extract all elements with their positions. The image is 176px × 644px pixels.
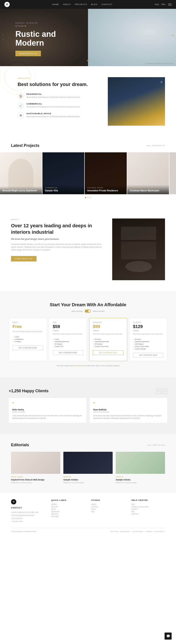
plan-pro: PRO $59 / Month Free with 14 days that y… — [49, 318, 87, 361]
toggle-annual-label: Billed Annually — [93, 310, 104, 312]
footer-link-sight[interactable]: SIGHT — [51, 508, 85, 510]
footer-logo[interactable]: R — [11, 499, 16, 504]
nav-home[interactable]: HOME — [52, 3, 59, 6]
footer-link-works[interactable]: WORKS — [51, 504, 85, 505]
footer-studio-blog[interactable]: BLOG — [91, 508, 125, 510]
nav-blog[interactable]: BLOG — [91, 3, 97, 6]
about-cta-button[interactable]: MORE ABOUT US — [11, 256, 36, 262]
testimonials-section: +1,250 Happy Clients ‹ › " Bobs Harley A… — [0, 378, 176, 434]
hero-dot-2[interactable] — [172, 37, 173, 38]
testimonial-2: " Ryan Batthala Abstract at Somewhere Al… — [90, 398, 167, 423]
footer-help-terms[interactable]: TERMS & CONDITIONS — [132, 506, 165, 508]
nav-contact[interactable]: CONTACT — [101, 3, 112, 6]
testimonials-prev[interactable]: ‹ — [156, 389, 161, 394]
projects-grid: Brossia Heigh Luxury Apartment COMMERCIA… — [0, 152, 176, 194]
pricing-contact-link[interactable]: Contact — [75, 365, 82, 367]
footer-address-1: CONTACT@NORDICINTERIORS.COM — [11, 511, 45, 514]
project-2-name: Sample Villa — [45, 189, 82, 192]
plan-premium-btn[interactable]: GET STARTED NOW — [93, 350, 123, 355]
plan-premium-feature-3: 50 Projects — [93, 343, 123, 345]
project-card-more[interactable] — [170, 152, 176, 194]
hero-title: Rustic and Modern — [15, 30, 56, 47]
project-3-tag: SUITABLE SPACE — [87, 187, 124, 188]
projects-dot-2[interactable] — [87, 197, 89, 198]
hero-dot-1[interactable] — [172, 35, 173, 36]
about-label: ABOUT — [11, 218, 103, 220]
footer-social-facebook[interactable]: FACEBOOK — [120, 531, 130, 532]
footer-link-archive[interactable]: ARCHIVE — [51, 513, 85, 515]
project-card-4[interactable]: RESIDENTIAL Chobham Manor Masterplan — [127, 152, 169, 194]
plan-basic-btn[interactable]: GET STARTED NOW — [12, 346, 43, 350]
footer-help-support[interactable]: SUPPORT — [132, 513, 165, 515]
plan-pro-feature-2: Unlimited Dashboard — [53, 340, 83, 343]
nav-logo[interactable]: R — [4, 2, 10, 7]
footer-studio-title: Studio — [91, 499, 125, 501]
toggle-monthly-label: Billed Monthly — [72, 310, 83, 312]
commercial-title: COMMERCIAL — [26, 103, 80, 105]
project-3-name: Innovation Private Residence — [87, 189, 124, 192]
hero-right-image — [88, 9, 176, 66]
nav-fra[interactable]: FRA — [162, 3, 166, 6]
hamburger-menu[interactable] — [168, 4, 172, 6]
hero-contact-label: CONTACT@NORDICSTUDIO.CO — [145, 63, 174, 64]
footer-phone-1: +1 800 123 4567 — [11, 517, 45, 520]
plan-premium-features: 25 Users Unlimited Dashboard 50 Projects… — [93, 338, 123, 348]
projects-dot-3[interactable] — [90, 197, 91, 198]
hero-social-tw[interactable]: TW — [2, 38, 4, 41]
hero-social-fb[interactable]: FB — [2, 34, 4, 36]
sustainable-title: SUSTAINABLE SPACE — [26, 112, 80, 115]
testimonials-header: +1,250 Happy Clients ‹ › — [9, 389, 167, 394]
projects-all-link[interactable]: ALL PROJECTS — [147, 145, 165, 146]
footer-help-privacy[interactable]: PRIVACY — [132, 508, 165, 510]
testimonials-title: +1,250 Happy Clients — [9, 389, 49, 393]
footer-address-2: LONDON/HONG KONG/SYDNEY — [11, 514, 45, 517]
footer-link-diversion[interactable]: DIVERSION — [51, 511, 85, 512]
services-image — [108, 77, 165, 126]
hero-studio-label: NORDIC INTERIOR — [15, 22, 56, 24]
plan-clients-price: $129 — [133, 324, 164, 329]
footer-link-artless[interactable]: ARTLESS — [51, 506, 85, 508]
footer-quicklinks-title: Quick Links — [51, 499, 85, 501]
nav-projects[interactable]: PROJECTS — [75, 3, 87, 6]
sustainable-icon: ♻ — [18, 112, 24, 118]
about-image — [112, 218, 165, 280]
footer-quicklinks-col: Quick Links WORKS ARTLESS SIGHT DIVERSIO… — [51, 499, 85, 524]
plan-clients-btn[interactable]: GET STARTED NOW — [133, 353, 164, 358]
billing-toggle[interactable] — [85, 310, 91, 313]
footer-social-instagram[interactable]: INSTAGRAM — [132, 531, 143, 532]
footer-studio-col: Studio ABOUT CONTACT BLOG FAQ — [91, 499, 125, 524]
plan-pro-btn[interactable]: GET STARTED NOW — [53, 350, 83, 355]
footer-help-faq[interactable]: FAQ — [132, 504, 165, 505]
nav-about[interactable]: ABOUT — [63, 3, 71, 6]
testimonial-1: " Bobs Harley Abstract at Spotify These … — [9, 398, 86, 423]
footer-social-pinterest[interactable]: PINTEREST — [155, 531, 165, 532]
project-card-1[interactable]: Brossia Heigh Luxury Apartment — [0, 152, 42, 194]
footer-link-blogger[interactable]: BLOGGER — [51, 516, 85, 517]
project-card-3[interactable]: SUITABLE SPACE Innovation Private Reside… — [85, 152, 127, 194]
editorial-1[interactable]: From China Inspired From China In Web De… — [11, 452, 60, 484]
editorial-3[interactable]: Sample Sample Articles FROM OCT 15, 2021… — [116, 452, 165, 484]
testimonials-next[interactable]: › — [162, 389, 167, 394]
editorials-all-link[interactable]: ALL ARTICLES — [148, 444, 165, 446]
footer-studio-contact[interactable]: CONTACT — [91, 506, 125, 508]
footer-help-faq2[interactable]: FAQ — [132, 511, 165, 512]
testimonials-grid: " Bobs Harley Abstract at Spotify These … — [9, 398, 167, 423]
editorial-2[interactable]: Sample Sample Articles FROM OCT 15, 2021… — [63, 452, 113, 484]
plan-clients-feature-1: 50 Users — [133, 338, 164, 340]
footer-help-col: Help Center FAQ TERMS & CONDITIONS PRIVA… — [132, 499, 165, 524]
project-1-name: Brossia Heigh Luxury Apartment — [3, 189, 39, 192]
project-card-2[interactable]: COMMERCIAL Sample Villa — [42, 152, 85, 194]
footer-studio-about[interactable]: ABOUT — [91, 504, 125, 505]
footer-contact-col: R Contact CONTACT@NORDICINTERIORS.COM LO… — [11, 499, 45, 524]
hero-dot-3[interactable] — [172, 39, 173, 40]
nav-faq[interactable]: FAQ — [155, 3, 159, 6]
hero-cta-button[interactable]: MORE ABOUT US — [15, 51, 41, 56]
hero-content: NORDIC INTERIOR STUDIO Rustic and Modern… — [15, 22, 56, 56]
plan-premium-desc: Free with 30 days that you can choose pl… — [93, 333, 123, 335]
footer-social-twitter[interactable]: TWITTER — [110, 531, 118, 532]
residential-desc: We provide an exemplary art of work that… — [26, 96, 80, 98]
hero-scroll-indicator[interactable] — [86, 58, 90, 64]
footer-social-tumblr[interactable]: TUMBLR — [145, 531, 153, 532]
footer-studio-faq[interactable]: FAQ — [91, 511, 125, 512]
projects-dot-1[interactable] — [85, 197, 86, 198]
